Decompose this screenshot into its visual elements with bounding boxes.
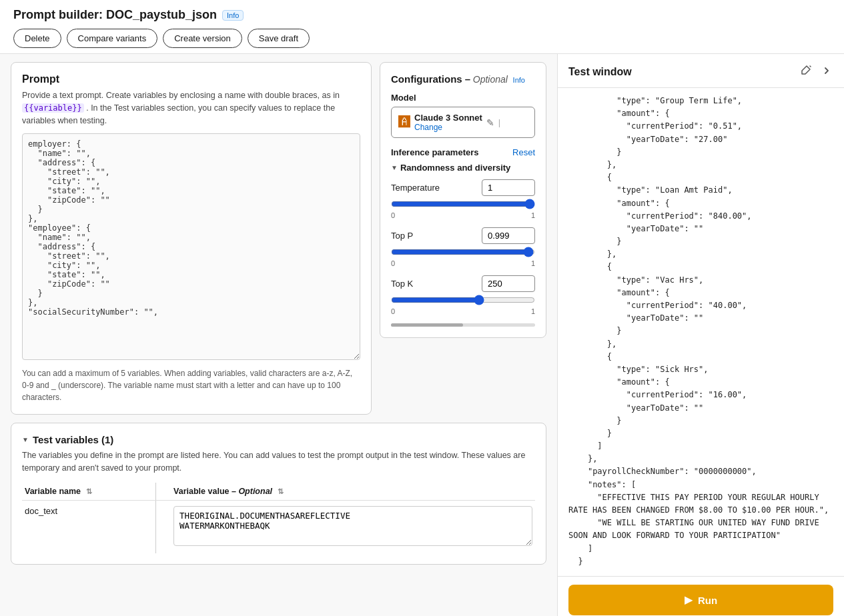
randomness-header[interactable]: ▼ Randomness and diversity — [391, 163, 535, 173]
page-title: Prompt builder: DOC_paystub_json — [13, 8, 217, 22]
test-vars-collapse-icon: ▼ — [22, 436, 29, 443]
test-window-title: Test window — [568, 66, 632, 78]
top-p-slider[interactable] — [391, 247, 535, 257]
scroll-indicator — [391, 323, 535, 327]
configs-title: Configurations – — [391, 73, 470, 85]
prompt-config-row: Prompt Provide a text prompt. Create var… — [11, 62, 546, 415]
top-k-label-row: Top K — [391, 275, 535, 292]
table-row: doc_text THEORIGINAL.DOCUMENTHASAREFLECT… — [22, 500, 535, 553]
col-value-optional: Optional — [238, 487, 272, 496]
top-p-label: Top P — [391, 231, 413, 241]
brush-icon-button[interactable] — [799, 63, 813, 81]
anthropic-icon: 🅰 — [398, 115, 410, 129]
temperature-range: 0 1 — [391, 211, 535, 219]
sort-icon[interactable]: ⇅ — [86, 487, 92, 495]
test-window-content: "type": "Group Term Life", "amount": { "… — [558, 88, 844, 576]
main-content: Prompt Provide a text prompt. Create var… — [0, 54, 844, 616]
compare-variants-button[interactable]: Compare variants — [67, 29, 158, 48]
delete-button[interactable]: Delete — [13, 29, 61, 48]
run-play-icon: ▶ — [685, 594, 693, 606]
test-vars-header[interactable]: ▼ Test variables (1) — [22, 434, 535, 445]
configs-subtitle: Optional — [473, 74, 508, 85]
toolbar: Delete Compare variants Create version S… — [13, 29, 831, 48]
randomness-label: Randomness and diversity — [400, 163, 510, 173]
test-variables-card: ▼ Test variables (1) The variables you d… — [11, 423, 546, 565]
top-k-label: Top K — [391, 279, 413, 289]
col-value-header: Variable value – Optional ⇅ — [171, 483, 535, 501]
test-window-footer: ▶ Run — [558, 576, 844, 616]
collapse-icon: ▼ — [391, 164, 398, 171]
page-header: Prompt builder: DOC_paystub_json Info De… — [0, 0, 844, 54]
top-p-input[interactable] — [482, 227, 535, 244]
top-k-row: Top K 0 1 — [391, 275, 535, 315]
top-p-max: 1 — [531, 259, 535, 267]
scroll-thumb — [391, 323, 463, 327]
temperature-min: 0 — [391, 211, 395, 219]
run-button[interactable]: ▶ Run — [568, 585, 833, 615]
var-divider — [155, 500, 171, 553]
prompt-description: Provide a text prompt. Create variables … — [22, 89, 360, 127]
top-p-label-row: Top P — [391, 227, 535, 244]
temperature-row: Temperature 0 1 — [391, 179, 535, 219]
test-vars-title: Test variables (1) — [33, 434, 113, 445]
model-name: Claude 3 Sonnet — [414, 113, 482, 123]
save-draft-button[interactable]: Save draft — [248, 29, 310, 48]
temperature-label-row: Temperature — [391, 179, 535, 196]
top-p-min: 0 — [391, 259, 395, 267]
variables-table: Variable name ⇅ Variable value – Optiona… — [22, 483, 535, 553]
var-value-textarea[interactable]: THEORIGINAL.DOCUMENTHASAREFLECTIVE WATER… — [173, 506, 532, 546]
run-label: Run — [698, 595, 717, 606]
configs-title-row: Configurations – Optional Info — [391, 73, 535, 85]
configurations-card: Configurations – Optional Info Model 🅰 C… — [380, 62, 546, 338]
top-k-range: 0 1 — [391, 307, 535, 315]
top-p-range: 0 1 — [391, 259, 535, 267]
temperature-max: 1 — [531, 211, 535, 219]
var-name-cell: doc_text — [22, 500, 155, 553]
col-value-sort-icon[interactable]: ⇅ — [278, 487, 284, 495]
inference-header: Inference parameters Reset — [391, 147, 535, 157]
model-info: Claude 3 Sonnet Change — [414, 113, 482, 132]
col-name-label: Variable name — [25, 487, 81, 496]
edit-icon: ✎ — [486, 117, 494, 128]
test-vars-desc: The variables you define in the prompt a… — [22, 449, 535, 475]
col-divider — [155, 483, 171, 501]
test-window-icons — [799, 63, 833, 81]
reset-link[interactable]: Reset — [512, 147, 535, 157]
model-selector[interactable]: 🅰 Claude 3 Sonnet Change ✎ | — [391, 107, 535, 138]
left-panel: Prompt Provide a text prompt. Create var… — [0, 54, 557, 616]
configs-info-badge[interactable]: Info — [513, 76, 525, 84]
top-k-slider[interactable] — [391, 295, 535, 305]
top-k-min: 0 — [391, 307, 395, 315]
create-version-button[interactable]: Create version — [163, 29, 242, 48]
model-change-link[interactable]: Change — [414, 123, 482, 132]
top-p-row: Top P 0 1 — [391, 227, 535, 267]
col-value-label: Variable value – — [173, 487, 236, 496]
right-panel: Test window "type": "Group Term Life", "… — [557, 54, 844, 616]
chevron-right-button[interactable] — [820, 64, 833, 80]
pipe-separator: | — [498, 117, 500, 127]
temperature-input[interactable] — [482, 179, 535, 196]
test-window-text: "type": "Group Term Life", "amount": { "… — [568, 95, 833, 568]
col-name-header: Variable name ⇅ — [22, 483, 155, 501]
prompt-note: You can add a maximum of 5 variables. Wh… — [22, 367, 360, 403]
prompt-title: Prompt — [22, 73, 360, 85]
model-label: Model — [391, 93, 535, 103]
variable-highlight: {{variable}} — [22, 103, 84, 113]
var-value-cell: THEORIGINAL.DOCUMENTHASAREFLECTIVE WATER… — [171, 500, 535, 553]
header-info-badge[interactable]: Info — [222, 10, 244, 21]
temperature-slider[interactable] — [391, 199, 535, 209]
test-window-header: Test window — [558, 54, 844, 88]
top-k-max: 1 — [531, 307, 535, 315]
prompt-desc-part1: Provide a text prompt. Create variables … — [22, 91, 340, 100]
prompt-card: Prompt Provide a text prompt. Create var… — [11, 62, 372, 415]
top-k-input[interactable] — [482, 275, 535, 292]
inference-label: Inference parameters — [391, 147, 479, 157]
temperature-label: Temperature — [391, 183, 440, 193]
prompt-textarea[interactable] — [22, 133, 360, 360]
